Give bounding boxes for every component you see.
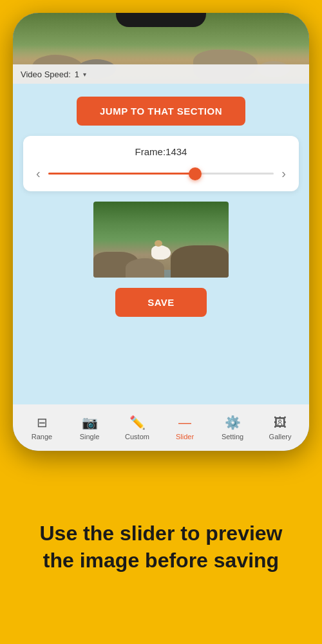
slider-next-arrow[interactable]: ›	[281, 166, 286, 181]
slider-prev-arrow[interactable]: ‹	[36, 166, 41, 181]
phone-device: Video Speed: 1 ▾ JUMP TO THAT SECTION Fr…	[13, 13, 309, 451]
slider-track-fill	[48, 173, 195, 175]
speed-dropdown-icon[interactable]: ▾	[83, 71, 86, 78]
nav-label-gallery: Gallery	[269, 433, 292, 440]
footer-section: Use the slider to preview the image befo…	[0, 451, 322, 644]
gallery-icon: 🖼	[274, 415, 287, 430]
nav-label-setting: Setting	[222, 433, 243, 440]
footer-text: Use the slider to preview the image befo…	[26, 520, 296, 574]
nav-label-single: Single	[80, 433, 100, 440]
nav-item-custom[interactable]: ✏️ Custom	[118, 415, 156, 440]
setting-icon: ⚙️	[225, 415, 241, 430]
jump-to-section-button[interactable]: JUMP TO THAT SECTION	[77, 97, 245, 126]
nav-item-single[interactable]: 📷 Single	[70, 415, 109, 440]
phone-notch	[116, 13, 206, 27]
bottom-navigation: ⊟ Range 📷 Single ✏️ Custom — Slider ⚙️ S…	[13, 404, 309, 451]
single-icon: 📷	[82, 415, 98, 430]
screen-body: JUMP TO THAT SECTION Frame:1434 ‹ ›	[13, 84, 309, 404]
preview-image	[93, 202, 229, 278]
range-icon: ⊟	[37, 415, 48, 430]
preview-rock-3	[171, 245, 229, 278]
preview-dog	[151, 245, 171, 260]
video-speed-label: Video Speed:	[21, 70, 71, 79]
nav-label-custom: Custom	[125, 433, 149, 440]
phone-screen: Video Speed: 1 ▾ JUMP TO THAT SECTION Fr…	[13, 13, 309, 451]
save-button[interactable]: SAVE	[115, 288, 207, 317]
slider-row: ‹ ›	[36, 166, 286, 181]
nav-item-range[interactable]: ⊟ Range	[23, 415, 61, 440]
nav-item-gallery[interactable]: 🖼 Gallery	[261, 415, 299, 440]
nav-label-range: Range	[32, 433, 52, 440]
preview-rock-2	[126, 258, 164, 278]
custom-icon: ✏️	[129, 415, 146, 430]
nav-item-slider[interactable]: — Slider	[166, 415, 204, 440]
frame-number-label: Frame:1434	[135, 146, 187, 157]
slider-track-wrapper[interactable]	[48, 167, 274, 180]
video-speed-value: 1	[75, 70, 79, 79]
video-speed-bar: Video Speed: 1 ▾	[13, 64, 309, 84]
slider-thumb[interactable]	[189, 167, 202, 180]
nav-item-setting[interactable]: ⚙️ Setting	[213, 415, 252, 440]
nav-label-slider: Slider	[176, 433, 194, 440]
slider-icon: —	[178, 415, 191, 430]
frame-slider-card: Frame:1434 ‹ ›	[23, 136, 299, 191]
